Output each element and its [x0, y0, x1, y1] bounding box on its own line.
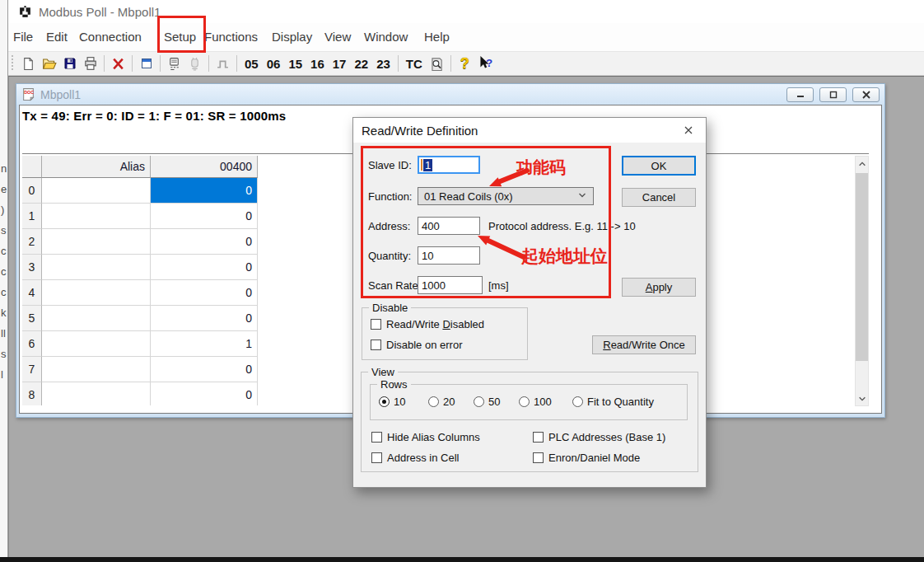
checkbox-icon[interactable]: [533, 452, 544, 463]
dialog-close-icon[interactable]: [679, 121, 698, 139]
rows-100-radio[interactable]: 100: [519, 396, 552, 408]
quantity-input[interactable]: 10: [418, 246, 480, 265]
function-select[interactable]: 01 Read Coils (0x): [418, 187, 594, 205]
grid-cell-value[interactable]: 0: [151, 306, 258, 331]
row-header[interactable]: 6: [22, 331, 42, 357]
grid-cell-alias[interactable]: [42, 331, 151, 357]
function-06-button[interactable]: 06: [263, 57, 285, 71]
menu-file[interactable]: File: [13, 30, 33, 44]
grid-cell-alias[interactable]: [42, 280, 151, 306]
print-icon[interactable]: [80, 54, 100, 73]
grid-cell-alias[interactable]: [42, 255, 151, 280]
open-file-icon[interactable]: [39, 54, 59, 73]
grid-cell-alias[interactable]: [42, 306, 151, 331]
menu-window[interactable]: Window: [364, 30, 408, 44]
function-22-button[interactable]: 22: [350, 57, 372, 71]
scrollbar-thumb[interactable]: [856, 173, 868, 361]
function-15-button[interactable]: 15: [284, 57, 306, 71]
grid-cell-value[interactable]: 0: [151, 357, 258, 382]
menu-functions[interactable]: Functions: [204, 30, 258, 44]
address-in-cell-checkbox[interactable]: Address in Cell: [371, 452, 459, 464]
grid-cell-value[interactable]: 1: [151, 331, 258, 357]
slave-id-input[interactable]: 1: [418, 156, 480, 174]
grid-cell-value[interactable]: 0: [151, 382, 258, 405]
menu-view[interactable]: View: [324, 30, 351, 44]
row-header[interactable]: 0: [22, 178, 42, 204]
communication-traffic-icon[interactable]: [164, 54, 184, 73]
radio-icon[interactable]: [519, 396, 530, 407]
rows-10-radio[interactable]: 10: [379, 396, 405, 408]
grid-cell-alias[interactable]: [42, 204, 151, 229]
radio-selected-icon[interactable]: [379, 396, 390, 407]
menu-edit[interactable]: Edit: [46, 30, 68, 44]
rows-20-radio[interactable]: 20: [428, 396, 455, 408]
restore-button[interactable]: [819, 87, 847, 102]
scan-rate-input[interactable]: 1000: [418, 276, 483, 294]
menu-help[interactable]: Help: [424, 30, 450, 44]
row-header[interactable]: 7: [22, 357, 42, 382]
grid-cell-alias[interactable]: [42, 229, 151, 255]
scrollbar-down-icon[interactable]: [856, 391, 868, 405]
setup-window-icon[interactable]: [136, 54, 156, 73]
cancel-button[interactable]: Cancel: [622, 188, 696, 207]
fit-to-quantity-radio[interactable]: Fit to Quantity: [572, 396, 654, 408]
menu-connection[interactable]: Connection: [79, 30, 142, 44]
disconnect-icon[interactable]: [108, 54, 128, 73]
apply-button[interactable]: Apply: [622, 278, 696, 297]
read-write-once-button[interactable]: Read/Write Once: [592, 335, 696, 354]
window-title: Modbus Poll - Mbpoll1: [39, 5, 161, 19]
checkbox-icon[interactable]: [533, 432, 544, 443]
address-column-header[interactable]: 00400: [151, 156, 258, 178]
radio-icon[interactable]: [428, 396, 439, 407]
scan-rate-unit: [ms]: [488, 279, 509, 292]
alias-column-header[interactable]: Alias: [42, 156, 151, 178]
grid-cell-value[interactable]: 0: [151, 280, 258, 306]
corner-header: [22, 156, 42, 178]
grid-cell-value-selected[interactable]: 0: [151, 178, 258, 204]
rows-50-radio[interactable]: 50: [474, 396, 500, 408]
rows-group: Rows 10 20 50 100: [370, 384, 688, 420]
ok-button[interactable]: OK: [622, 156, 696, 176]
checkbox-icon[interactable]: [371, 452, 382, 463]
grid-cell-value[interactable]: 0: [151, 229, 258, 255]
row-header[interactable]: 5: [22, 306, 42, 331]
vertical-scrollbar[interactable]: [855, 156, 869, 406]
checkbox-icon[interactable]: [371, 319, 381, 330]
save-icon[interactable]: [59, 54, 80, 73]
checkbox-icon[interactable]: [371, 340, 381, 350]
scrollbar-up-icon[interactable]: [856, 157, 868, 171]
row-header[interactable]: 8: [22, 382, 42, 405]
row-header[interactable]: 4: [22, 280, 42, 306]
row-header[interactable]: 1: [22, 204, 42, 229]
new-document-icon[interactable]: [18, 54, 39, 73]
function-23-button[interactable]: 23: [372, 57, 394, 71]
read-write-disabled-checkbox[interactable]: Read/Write Disabled: [371, 318, 484, 330]
menu-display[interactable]: Display: [272, 30, 312, 44]
checkbox-icon[interactable]: [371, 432, 382, 443]
function-16-button[interactable]: 16: [306, 57, 329, 71]
grid-cell-value[interactable]: 0: [151, 204, 258, 229]
radio-icon[interactable]: [474, 396, 484, 407]
communication-detail-icon[interactable]: [427, 54, 447, 73]
grid-cell-alias[interactable]: [42, 178, 151, 204]
test-center-button[interactable]: TC: [402, 57, 427, 71]
minimize-button[interactable]: [786, 87, 814, 102]
document-titlebar: DOC Mbpoll1: [16, 84, 884, 105]
hide-alias-columns-checkbox[interactable]: Hide Alias Columns: [371, 431, 480, 443]
function-17-button[interactable]: 17: [329, 57, 351, 71]
about-help-icon[interactable]: ?: [455, 54, 475, 73]
grid-cell-value[interactable]: 0: [151, 255, 258, 280]
enron-daniel-mode-checkbox[interactable]: Enron/Daniel Mode: [533, 452, 640, 464]
grid-cell-alias[interactable]: [42, 382, 151, 405]
row-header[interactable]: 3: [22, 255, 42, 280]
row-header[interactable]: 2: [22, 229, 42, 255]
disable-on-error-checkbox[interactable]: Disable on error: [371, 339, 463, 351]
radio-icon[interactable]: [572, 396, 583, 407]
grid-cell-alias[interactable]: [42, 357, 151, 382]
address-input[interactable]: 400: [418, 217, 480, 235]
function-05-button[interactable]: 05: [240, 57, 263, 71]
plc-addresses-checkbox[interactable]: PLC Addresses (Base 1): [533, 431, 665, 443]
menu-setup[interactable]: Setup: [164, 30, 196, 44]
context-help-icon[interactable]: ?: [475, 54, 496, 73]
close-button[interactable]: [852, 87, 880, 102]
